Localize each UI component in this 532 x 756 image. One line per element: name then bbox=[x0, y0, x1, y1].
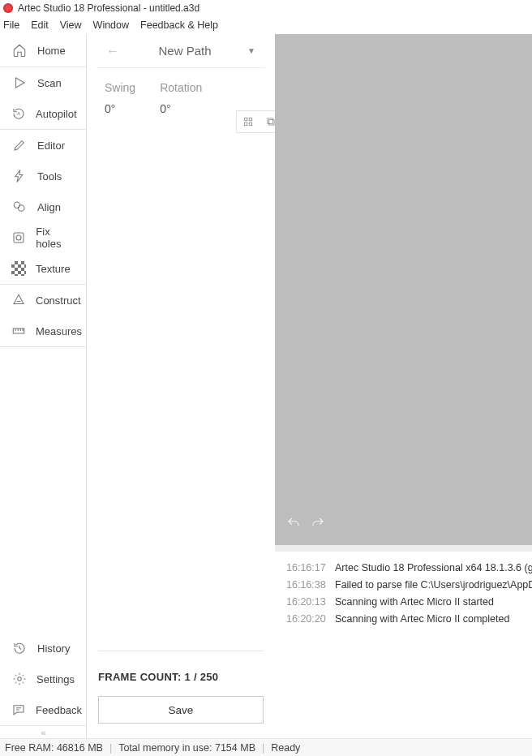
swing-value: 0° bbox=[105, 102, 135, 115]
grid-icon[interactable] bbox=[238, 112, 258, 131]
sidebar-item-history[interactable]: History bbox=[0, 633, 86, 664]
redo-icon[interactable] bbox=[311, 516, 325, 534]
svg-rect-3 bbox=[14, 233, 24, 243]
menu-view[interactable]: View bbox=[60, 19, 82, 31]
autopilot-icon: A bbox=[11, 105, 26, 122]
sidebar-item-align[interactable]: Align bbox=[0, 191, 86, 222]
fixholes-icon bbox=[11, 230, 26, 246]
svg-point-6 bbox=[17, 677, 21, 681]
sidebar-item-construct[interactable]: Construct bbox=[0, 285, 86, 316]
log-row: 16:20:13Scanning with Artec Micro II sta… bbox=[286, 594, 521, 611]
window-title: Artec Studio 18 Professional - untitled.… bbox=[18, 2, 200, 14]
app-icon bbox=[3, 3, 13, 13]
sidebar-label: Construct bbox=[36, 294, 81, 307]
menu-edit[interactable]: Edit bbox=[31, 19, 49, 31]
statusbar: Free RAM: 46816 MB | Total memory in use… bbox=[0, 738, 532, 756]
menu-window[interactable]: Window bbox=[93, 19, 129, 31]
sidebar-item-settings[interactable]: Settings bbox=[0, 664, 86, 694]
menubar: File Edit View Window Feedback & Help bbox=[0, 16, 532, 34]
svg-rect-8 bbox=[249, 118, 252, 121]
svg-point-1 bbox=[14, 202, 20, 208]
sidebar-item-feedback[interactable]: Feedback bbox=[0, 694, 86, 725]
svg-rect-10 bbox=[249, 122, 252, 126]
log-row: 16:20:20Scanning with Artec Micro II com… bbox=[286, 611, 521, 628]
sidebar-collapse[interactable]: « bbox=[0, 725, 86, 738]
rotation-label: Rotation bbox=[160, 81, 202, 94]
sidebar-label: Texture bbox=[36, 263, 71, 275]
home-icon bbox=[11, 42, 28, 58]
sidebar-label: History bbox=[37, 642, 70, 655]
sidebar-label: Editor bbox=[37, 140, 65, 152]
sidebar-item-fixholes[interactable]: Fix holes bbox=[0, 222, 86, 253]
sidebar-label: Measures bbox=[36, 325, 82, 337]
sidebar-item-autopilot[interactable]: A Autopilot bbox=[0, 98, 86, 129]
frame-count: FRAME COUNT: 1 / 250 bbox=[98, 671, 264, 683]
back-icon[interactable]: ← bbox=[106, 44, 122, 58]
sidebar-item-home[interactable]: Home bbox=[0, 34, 86, 67]
sidebar-label: Fix holes bbox=[36, 226, 75, 250]
undo-icon[interactable] bbox=[286, 516, 301, 534]
history-icon bbox=[11, 640, 28, 656]
svg-point-4 bbox=[16, 235, 21, 240]
gear-icon bbox=[11, 671, 27, 687]
sidebar-label: Scan bbox=[37, 77, 62, 89]
log-panel: 16:16:17Artec Studio 18 Professional x64… bbox=[275, 545, 532, 738]
log-row: 16:16:38Failed to parse file C:\Users\jr… bbox=[286, 577, 521, 594]
status-ready: Ready bbox=[271, 742, 300, 754]
sidebar-item-measures[interactable]: Measures bbox=[0, 316, 86, 346]
texture-icon bbox=[11, 261, 26, 276]
sidebar-item-texture[interactable]: Texture bbox=[0, 253, 86, 284]
svg-text:A: A bbox=[17, 111, 20, 116]
sidebar-item-tools[interactable]: Tools bbox=[0, 161, 86, 191]
sidebar-label: Tools bbox=[37, 170, 62, 183]
rotation-value: 0° bbox=[160, 102, 202, 115]
swing-label: Swing bbox=[105, 81, 135, 94]
svg-rect-7 bbox=[244, 118, 247, 121]
path-dropdown[interactable]: New Path bbox=[122, 44, 247, 58]
svg-rect-12 bbox=[268, 118, 272, 123]
save-button[interactable]: Save bbox=[98, 696, 264, 724]
status-ram: Free RAM: 46816 MB bbox=[5, 742, 103, 754]
align-icon bbox=[11, 199, 28, 215]
chat-icon bbox=[11, 702, 26, 718]
scan-panel: ← New Path ▼ Swing 0° Rotation 0° FRAME … bbox=[87, 34, 275, 738]
ruler-icon bbox=[11, 323, 26, 339]
sidebar-label: Align bbox=[37, 201, 61, 213]
path-header: ← New Path ▼ bbox=[97, 34, 265, 68]
sidebar-item-editor[interactable]: Editor bbox=[0, 130, 86, 161]
sidebar-label: Feedback bbox=[36, 704, 82, 716]
svg-point-2 bbox=[19, 205, 25, 212]
sidebar-label: Settings bbox=[36, 673, 75, 685]
sidebar-label: Autopilot bbox=[36, 108, 77, 120]
menu-feedback-help[interactable]: Feedback & Help bbox=[140, 19, 218, 31]
construct-icon bbox=[11, 292, 26, 308]
menu-file[interactable]: File bbox=[3, 19, 19, 31]
lightning-icon bbox=[11, 168, 28, 184]
chevron-down-icon[interactable]: ▼ bbox=[247, 46, 255, 55]
svg-rect-11 bbox=[269, 120, 274, 125]
sidebar: Home Scan A Autopilot Editor Tools bbox=[0, 34, 87, 738]
status-mem: Total memory in use: 7154 MB bbox=[118, 742, 255, 754]
titlebar: Artec Studio 18 Professional - untitled.… bbox=[0, 0, 532, 16]
viewport-3d[interactable] bbox=[275, 34, 532, 545]
play-icon bbox=[11, 75, 28, 91]
sidebar-label: Home bbox=[37, 45, 66, 57]
svg-rect-9 bbox=[244, 122, 247, 126]
pencil-icon bbox=[11, 137, 28, 153]
log-row: 16:16:17Artec Studio 18 Professional x64… bbox=[286, 560, 521, 577]
sidebar-item-scan[interactable]: Scan bbox=[0, 67, 86, 98]
